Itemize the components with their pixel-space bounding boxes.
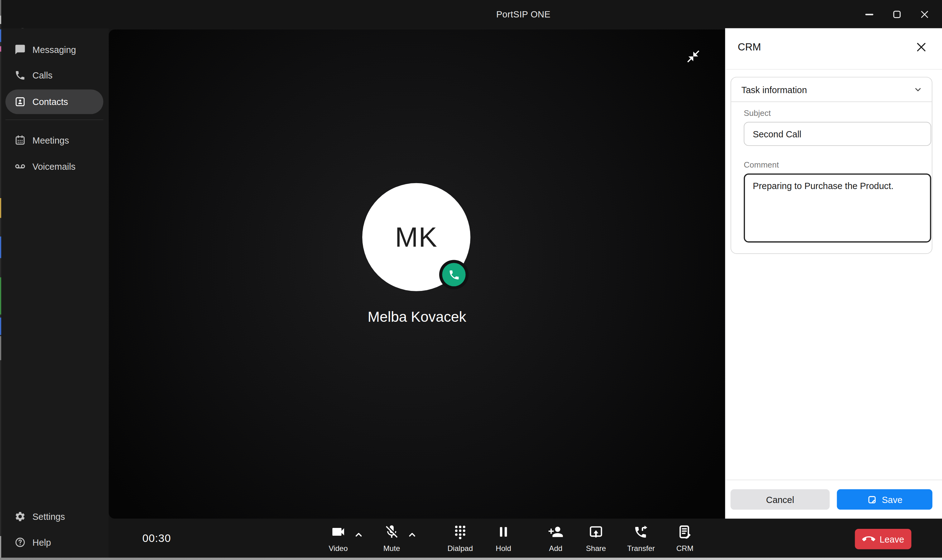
transfer-call-button[interactable]: Transfer xyxy=(618,524,664,553)
sidebar-item-contacts[interactable]: Contacts xyxy=(5,89,103,114)
call-stage: MK Melba Kovacek xyxy=(109,28,725,558)
share-screen-button[interactable]: Share xyxy=(573,524,619,553)
question-circle-icon xyxy=(14,536,26,548)
sidebar-item-calls[interactable]: Calls xyxy=(0,62,109,88)
phone-transfer-icon xyxy=(633,524,649,540)
window-controls xyxy=(855,0,938,28)
task-information-card: Task information Subject Comment Prepari… xyxy=(731,77,933,254)
call-timer: 00:30 xyxy=(142,532,171,545)
pause-icon xyxy=(496,524,511,540)
add-button-label: Add xyxy=(549,545,562,553)
sidebar-item-label: Voicemails xyxy=(32,161,76,171)
hold-button[interactable]: Hold xyxy=(481,524,526,553)
contact-card-icon xyxy=(14,96,26,108)
desktop-edge-sliver xyxy=(0,0,1,560)
mute-options-chevron-up-icon[interactable] xyxy=(407,529,418,540)
cancel-button[interactable]: Cancel xyxy=(731,489,830,510)
mic-off-icon xyxy=(384,524,399,540)
add-participant-button[interactable]: Add xyxy=(533,524,578,553)
call-toolbar: 00:30 Video Mute Dialpad Hold Add xyxy=(109,518,942,557)
dialpad-icon xyxy=(452,524,468,540)
minimize-icon xyxy=(863,8,876,20)
comment-label: Comment xyxy=(744,160,779,169)
phone-icon xyxy=(14,69,26,81)
sidebar-item-label: Meetings xyxy=(32,135,69,145)
desktop-bottom-sliver xyxy=(0,557,942,560)
sidebar-item-settings[interactable]: Settings xyxy=(0,503,109,529)
sidebar-item-meetings[interactable]: Meetings xyxy=(0,127,109,153)
transfer-button-label: Transfer xyxy=(627,545,655,553)
participant-name: Melba Kovacek xyxy=(109,309,725,326)
save-button-label: Save xyxy=(882,494,902,505)
video-options-chevron-up-icon[interactable] xyxy=(353,529,364,540)
note-edit-icon xyxy=(677,524,693,540)
sidebar-divider xyxy=(5,120,103,120)
phone-hangup-icon xyxy=(862,532,875,546)
crm-header-divider xyxy=(725,69,942,70)
person-add-icon xyxy=(548,524,564,540)
subject-input[interactable] xyxy=(744,122,931,146)
save-note-icon xyxy=(867,494,877,505)
mute-button-label: Mute xyxy=(384,545,400,553)
voicemail-icon xyxy=(14,161,26,172)
close-button[interactable] xyxy=(911,0,939,28)
subject-label: Subject xyxy=(744,109,771,118)
video-camera-icon xyxy=(330,524,346,540)
collapse-call-button[interactable] xyxy=(686,49,700,63)
participant-avatar: MK xyxy=(362,183,470,291)
crm-panel: CRM Task information Subject Comment Pre… xyxy=(725,28,942,519)
share-button-label: Share xyxy=(586,545,606,553)
close-icon xyxy=(915,41,927,53)
task-information-title: Task information xyxy=(741,85,807,95)
dialpad-button-label: Dialpad xyxy=(447,545,473,553)
sidebar-item-label: Calls xyxy=(32,70,52,80)
save-button[interactable]: Save xyxy=(837,489,932,510)
gear-icon xyxy=(14,511,26,522)
window-title: PortSIP ONE xyxy=(496,9,550,19)
crm-footer-divider xyxy=(725,480,942,480)
close-icon xyxy=(918,8,931,20)
video-button-label: Video xyxy=(328,545,348,553)
maximize-icon xyxy=(890,8,903,20)
comment-textarea[interactable]: Preparing to Purchase the Product. xyxy=(744,174,931,243)
cancel-button-label: Cancel xyxy=(766,494,794,505)
sidebar-item-label: Contacts xyxy=(32,97,68,107)
participant-initials: MK xyxy=(395,221,438,253)
sidebar: KE Messaging Calls Contacts Meetin xyxy=(0,28,109,558)
sidebar-item-label: Messaging xyxy=(32,44,76,54)
task-information-accordion[interactable]: Task information xyxy=(731,78,932,102)
sidebar-item-messaging[interactable]: Messaging xyxy=(0,36,109,63)
title-bar: PortSIP ONE xyxy=(0,0,942,28)
exit-fullscreen-icon xyxy=(686,49,700,63)
dialpad-button[interactable]: Dialpad xyxy=(437,524,483,553)
app-window: PortSIP ONE KE Messaging Ca xyxy=(0,0,942,560)
sidebar-item-label: Help xyxy=(32,537,51,547)
minimize-button[interactable] xyxy=(855,0,883,28)
sidebar-item-voicemails[interactable]: Voicemails xyxy=(0,153,109,179)
leave-button-label: Leave xyxy=(880,534,904,544)
phone-icon xyxy=(448,268,460,281)
crm-close-button[interactable] xyxy=(915,41,927,53)
crm-button-label: CRM xyxy=(677,545,694,553)
crm-button[interactable]: CRM xyxy=(662,524,708,553)
chat-bubble-icon xyxy=(14,44,26,55)
crm-panel-title: CRM xyxy=(738,42,761,54)
leave-call-button[interactable]: Leave xyxy=(855,529,911,549)
calendar-icon xyxy=(14,134,26,146)
hold-button-label: Hold xyxy=(496,545,511,553)
sidebar-item-help[interactable]: Help xyxy=(0,529,109,555)
screen-share-icon xyxy=(588,524,604,540)
maximize-button[interactable] xyxy=(883,0,911,28)
call-video-area: MK Melba Kovacek xyxy=(109,29,725,518)
sidebar-item-label: Settings xyxy=(32,511,65,522)
call-active-badge xyxy=(442,263,466,286)
chevron-down-icon xyxy=(913,84,923,95)
